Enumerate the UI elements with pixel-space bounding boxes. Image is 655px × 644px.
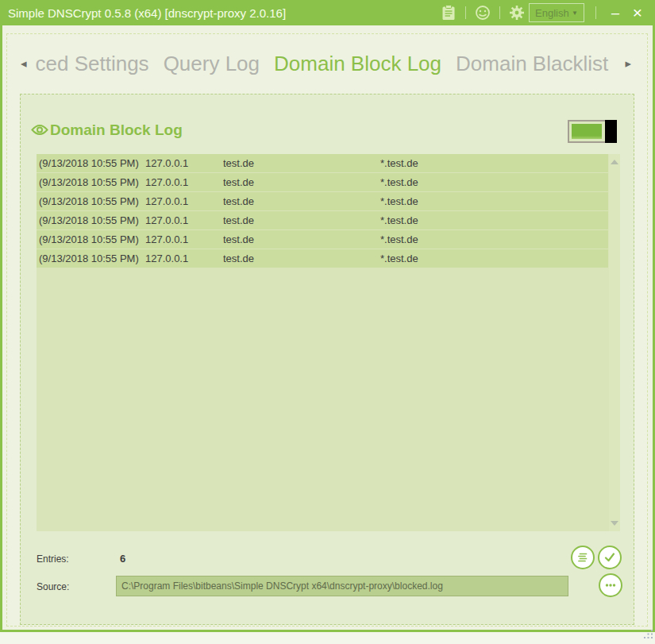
log-time: (9/13/2018 10:55 PM) — [39, 214, 145, 226]
titlebar-divider — [465, 6, 466, 19]
log-time: (9/13/2018 10:55 PM) — [39, 233, 145, 245]
minimize-button[interactable]: – — [604, 2, 626, 23]
log-domain: test.de — [223, 253, 380, 264]
log-lines-icon — [576, 550, 590, 565]
titlebar: Simple DNSCrypt 0.5.8 (x64) [dnscrypt-pr… — [0, 0, 655, 25]
log-address: 127.0.0.1 — [145, 176, 223, 188]
log-rule: *.test.de — [380, 233, 608, 245]
window-title: Simple DNSCrypt 0.5.8 (x64) [dnscrypt-pr… — [8, 6, 286, 20]
log-address: 127.0.0.1 — [145, 233, 223, 245]
log-row[interactable]: (9/13/2018 10:55 PM) 127.0.0.1 test.de *… — [37, 211, 608, 229]
toggle-knob — [605, 120, 617, 143]
log-time: (9/13/2018 10:55 PM) — [39, 157, 145, 169]
domain-block-log-panel: Domain Block Log (9/13/2018 10:55 PM) 12… — [20, 94, 634, 625]
clipboard-icon[interactable] — [440, 4, 457, 21]
chevron-down-icon: ▼ — [572, 10, 578, 17]
gear-icon[interactable] — [508, 4, 526, 21]
log-address: 127.0.0.1 — [145, 214, 223, 226]
tab-domain-block-log[interactable]: Domain Block Log — [274, 52, 441, 76]
language-dropdown[interactable]: English ▼ — [529, 3, 584, 22]
log-time: (9/13/2018 10:55 PM) — [39, 195, 145, 207]
log-rule: *.test.de — [380, 176, 608, 188]
tab-query-log[interactable]: Query Log — [164, 52, 260, 76]
eye-icon — [31, 124, 48, 139]
view-log-button[interactable] — [571, 546, 595, 569]
tab-bar: ◂ ced Settings Query Log Domain Block Lo… — [21, 46, 634, 81]
log-domain: test.de — [223, 233, 380, 245]
log-address: 127.0.0.1 — [145, 195, 223, 207]
log-row[interactable]: (9/13/2018 10:55 PM) 127.0.0.1 test.de *… — [37, 173, 608, 191]
log-rows: (9/13/2018 10:55 PM) 127.0.0.1 test.de *… — [37, 154, 608, 268]
entries-label: Entries: — [37, 553, 69, 565]
block-log-list[interactable]: (9/13/2018 10:55 PM) 127.0.0.1 test.de *… — [37, 154, 620, 531]
tab-advanced-settings[interactable]: ced Settings — [36, 52, 149, 76]
scroll-down-icon[interactable] — [611, 521, 618, 526]
log-rule: *.test.de — [380, 253, 608, 264]
log-row[interactable]: (9/13/2018 10:55 PM) 127.0.0.1 test.de *… — [37, 192, 608, 210]
log-time: (9/13/2018 10:55 PM) — [39, 176, 145, 188]
language-label: English — [535, 7, 569, 19]
entries-count: 6 — [120, 553, 125, 565]
titlebar-divider — [595, 6, 596, 19]
log-domain: test.de — [223, 157, 380, 169]
log-domain: test.de — [223, 214, 380, 226]
check-icon — [603, 550, 617, 565]
log-rule: *.test.de — [380, 195, 608, 207]
window-resize-strip — [0, 632, 655, 644]
smiley-icon[interactable] — [474, 4, 491, 21]
log-rule: *.test.de — [380, 214, 608, 226]
toggle-fill — [572, 124, 602, 139]
app-window: Simple DNSCrypt 0.5.8 (x64) [dnscrypt-pr… — [0, 0, 655, 644]
log-domain: test.de — [223, 176, 380, 188]
log-row[interactable]: (9/13/2018 10:55 PM) 127.0.0.1 test.de *… — [37, 230, 608, 249]
panel-title: Domain Block Log — [50, 121, 183, 139]
log-time: (9/13/2018 10:55 PM) — [39, 253, 145, 264]
source-path-input[interactable] — [116, 576, 568, 596]
ellipsis-icon — [603, 578, 618, 592]
titlebar-divider — [499, 6, 500, 19]
browse-button[interactable] — [599, 573, 622, 597]
log-rule: *.test.de — [380, 157, 608, 169]
log-domain: test.de — [223, 195, 380, 207]
log-address: 127.0.0.1 — [145, 157, 223, 169]
close-button[interactable]: × — [626, 2, 649, 23]
apply-button[interactable] — [598, 546, 622, 569]
log-row[interactable]: (9/13/2018 10:55 PM) 127.0.0.1 test.de *… — [37, 154, 608, 172]
source-label: Source: — [37, 581, 69, 592]
tab-domain-blacklist[interactable]: Domain Blacklist — [456, 52, 608, 76]
scroll-up-icon[interactable] — [611, 160, 618, 164]
resize-grip[interactable] — [643, 628, 653, 642]
log-address: 127.0.0.1 — [145, 253, 223, 264]
titlebar-controls: English ▼ – × — [440, 0, 649, 25]
block-log-toggle[interactable] — [568, 120, 617, 143]
tab-scroll-left-icon[interactable]: ◂ — [21, 56, 27, 71]
window-frame-left — [0, 25, 2, 630]
tab-scroll-right-icon[interactable]: ▸ — [625, 56, 631, 71]
log-row[interactable]: (9/13/2018 10:55 PM) 127.0.0.1 test.de *… — [37, 249, 608, 268]
list-scrollbar[interactable] — [609, 154, 620, 531]
